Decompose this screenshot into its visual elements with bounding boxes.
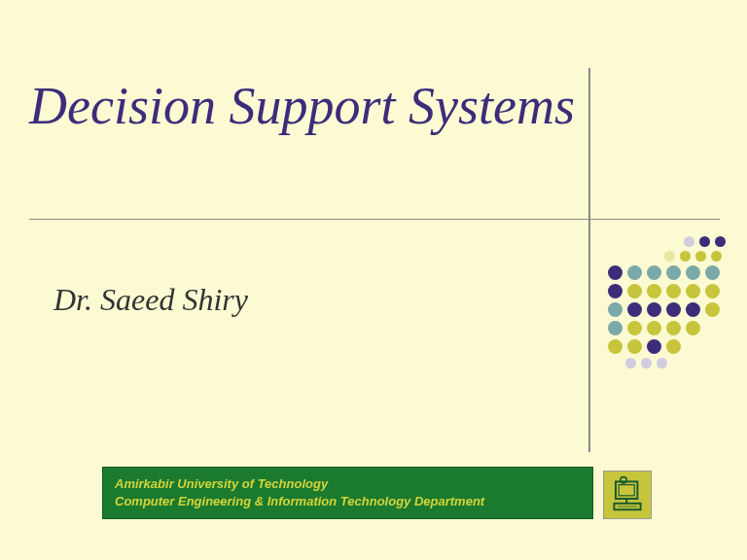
footer-department: Computer Engineering & Information Techn… (115, 493, 581, 510)
vertical-divider (588, 68, 590, 452)
footer-university: Amirkabir University of Technology (115, 475, 581, 493)
author-name: Dr. Saeed Shiry (53, 282, 248, 318)
svg-rect-1 (619, 485, 634, 496)
horizontal-divider (29, 219, 720, 220)
slide-title: Decision Support Systems (29, 78, 575, 135)
decorative-dot-grid (608, 236, 725, 372)
footer-banner: Amirkabir University of Technology Compu… (102, 467, 593, 519)
computer-icon (603, 471, 652, 519)
